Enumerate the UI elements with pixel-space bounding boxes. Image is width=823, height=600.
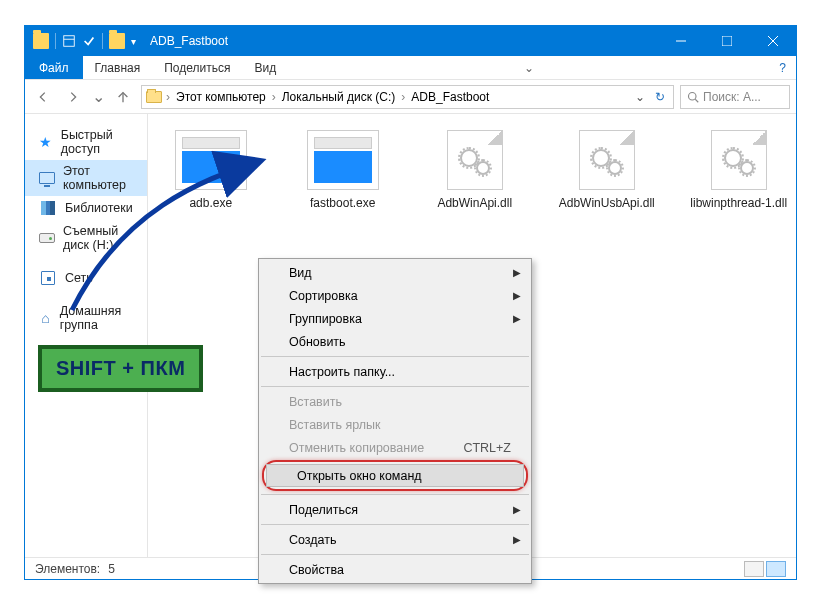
tab-view[interactable]: Вид	[242, 56, 288, 79]
submenu-arrow-icon: ▶	[513, 290, 521, 301]
svg-line-8	[695, 99, 698, 102]
breadcrumb-item[interactable]: ADB_Fastboot	[407, 90, 493, 104]
sidebar-item-quick-access[interactable]: ★Быстрый доступ	[25, 124, 147, 160]
ribbon-tabs: Файл Главная Поделиться Вид ⌄ ?	[25, 56, 796, 80]
menu-separator	[261, 386, 529, 387]
menu-separator	[261, 494, 529, 495]
file-item[interactable]: AdbWinApi.dll	[420, 130, 530, 211]
file-item[interactable]: fastboot.exe	[288, 130, 398, 211]
window-title: ADB_Fastboot	[150, 34, 658, 48]
properties-icon[interactable]	[62, 34, 76, 48]
file-item[interactable]: libwinpthread-1.dll	[684, 130, 794, 211]
submenu-arrow-icon: ▶	[513, 534, 521, 545]
view-icons-button[interactable]	[766, 561, 786, 577]
navigation-pane: ★Быстрый доступ Этот компьютер Библиотек…	[25, 114, 148, 557]
status-count-label: Элементов:	[35, 562, 100, 576]
sidebar-item-this-pc[interactable]: Этот компьютер	[25, 160, 147, 196]
help-icon[interactable]: ?	[769, 56, 796, 79]
titlebar: ▾ ADB_Fastboot	[25, 26, 796, 56]
tab-home[interactable]: Главная	[83, 56, 153, 79]
ctx-refresh[interactable]: Обновить	[259, 330, 531, 353]
window-controls	[658, 26, 796, 56]
libraries-icon	[39, 200, 57, 216]
tab-share[interactable]: Поделиться	[152, 56, 242, 79]
file-item[interactable]: adb.exe	[156, 130, 266, 211]
ctx-open-command-window[interactable]: Открыть окно команд	[266, 464, 524, 487]
folder-icon	[33, 33, 49, 49]
ctx-new[interactable]: Создать▶	[259, 528, 531, 551]
submenu-arrow-icon: ▶	[513, 267, 521, 278]
search-icon	[687, 91, 699, 103]
chevron-right-icon[interactable]: ›	[401, 90, 405, 104]
ribbon-expand-icon[interactable]: ⌄	[514, 56, 544, 79]
back-button[interactable]	[31, 85, 55, 109]
recent-dropdown[interactable]: ⌄	[91, 85, 105, 109]
context-menu: Вид▶ Сортировка▶ Группировка▶ Обновить Н…	[258, 258, 532, 584]
refresh-icon[interactable]: ↻	[651, 90, 669, 104]
view-details-button[interactable]	[744, 561, 764, 577]
sidebar-item-removable-disk[interactable]: Съемный диск (H:)	[25, 220, 147, 256]
ctx-view[interactable]: Вид▶	[259, 261, 531, 284]
folder-icon	[146, 91, 162, 103]
exe-icon	[307, 130, 379, 190]
dll-icon	[703, 130, 775, 190]
ctx-undo-copy: Отменить копированиеCTRL+Z	[259, 436, 531, 459]
svg-point-7	[689, 92, 697, 100]
sidebar-item-libraries[interactable]: Библиотеки	[25, 196, 147, 220]
qat-dropdown-icon[interactable]: ▾	[131, 36, 136, 47]
svg-rect-0	[64, 36, 75, 47]
file-item[interactable]: AdbWinUsbApi.dll	[552, 130, 662, 211]
ctx-paste: Вставить	[259, 390, 531, 413]
pc-icon	[39, 170, 55, 186]
menu-separator	[261, 356, 529, 357]
maximize-button[interactable]	[704, 26, 750, 56]
address-dropdown-icon[interactable]: ⌄	[631, 90, 649, 104]
address-row: ⌄ › Этот компьютер › Локальный диск (C:)…	[25, 80, 796, 114]
separator	[55, 33, 56, 49]
annotation-hint: SHIFT + ПКМ	[38, 345, 203, 392]
breadcrumb-item[interactable]: Этот компьютер	[172, 90, 270, 104]
search-placeholder: Поиск: A...	[703, 90, 761, 104]
star-icon: ★	[39, 134, 53, 150]
search-input[interactable]: Поиск: A...	[680, 85, 790, 109]
ctx-properties[interactable]: Свойства	[259, 558, 531, 581]
dll-icon	[439, 130, 511, 190]
menu-separator	[261, 524, 529, 525]
exe-icon	[175, 130, 247, 190]
highlight-annotation: Открыть окно команд	[262, 460, 528, 491]
ctx-customize-folder[interactable]: Настроить папку...	[259, 360, 531, 383]
sidebar-item-network[interactable]: Сеть	[25, 266, 147, 290]
breadcrumb-item[interactable]: Локальный диск (C:)	[278, 90, 400, 104]
drive-icon	[39, 230, 55, 246]
separator	[102, 33, 103, 49]
chevron-right-icon[interactable]: ›	[272, 90, 276, 104]
close-button[interactable]	[750, 26, 796, 56]
up-button[interactable]	[111, 85, 135, 109]
dll-icon	[571, 130, 643, 190]
forward-button[interactable]	[61, 85, 85, 109]
submenu-arrow-icon: ▶	[513, 313, 521, 324]
chevron-right-icon[interactable]: ›	[166, 90, 170, 104]
ctx-sort[interactable]: Сортировка▶	[259, 284, 531, 307]
ctx-paste-shortcut: Вставить ярлык	[259, 413, 531, 436]
network-icon	[39, 270, 57, 286]
quick-access-toolbar: ▾	[25, 33, 144, 49]
submenu-arrow-icon: ▶	[513, 504, 521, 515]
minimize-button[interactable]	[658, 26, 704, 56]
sidebar-item-homegroup[interactable]: ⌂Домашняя группа	[25, 300, 147, 336]
svg-rect-3	[722, 36, 732, 46]
checkmark-icon[interactable]	[82, 34, 96, 48]
ctx-group[interactable]: Группировка▶	[259, 307, 531, 330]
status-count: 5	[108, 562, 115, 576]
address-bar[interactable]: › Этот компьютер › Локальный диск (C:) ›…	[141, 85, 674, 109]
file-tab[interactable]: Файл	[25, 56, 83, 79]
folder-icon[interactable]	[109, 33, 125, 49]
ctx-share[interactable]: Поделиться▶	[259, 498, 531, 521]
homegroup-icon: ⌂	[39, 310, 52, 326]
shortcut-label: CTRL+Z	[463, 441, 511, 455]
menu-separator	[261, 554, 529, 555]
